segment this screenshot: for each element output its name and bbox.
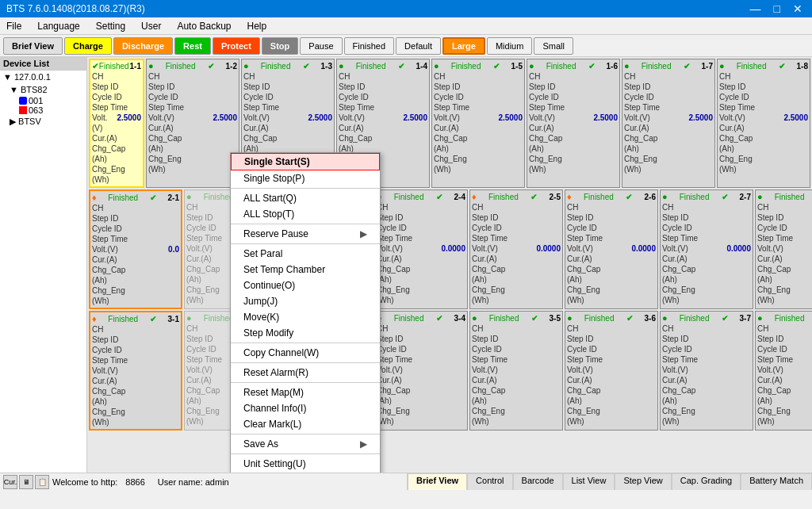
- channel-card-1-5[interactable]: ● Finished ✔ 1-5 CH Step ID Cycle ID Ste…: [431, 59, 525, 188]
- channel-card-2-6[interactable]: ♦ Finished ✔ 2-6 CH Step ID Cycle ID Ste…: [565, 189, 658, 309]
- status-welcome: Welcome to http:: [52, 477, 117, 487]
- minimize-button[interactable]: —: [747, 2, 764, 15]
- default-button[interactable]: Default: [396, 37, 441, 55]
- ctx-separator-1: [231, 188, 380, 189]
- ctx-move[interactable]: Move(K): [231, 309, 380, 325]
- channel-row-1: ✔ Finished 1-1 CH Step ID Cycle ID Step …: [89, 59, 810, 188]
- sidebar-channel-001[interactable]: 001: [0, 96, 86, 105]
- status-label-2-2: Finished: [204, 193, 234, 201]
- status-check-1-1: ✔: [92, 62, 98, 71]
- channel-card-1-2[interactable]: ● Finished ✔ 1-2 CH Step ID Cycle ID Ste…: [146, 59, 239, 188]
- channel-card-3-8[interactable]: ● Finished ✔ 3-8 CH Step ID Cycle ID Ste…: [755, 311, 812, 431]
- status-check-3-5: ✔: [531, 314, 538, 323]
- status-left: Cur. 🖥 📋 Welcome to http: 8866 User name…: [0, 475, 407, 489]
- menu-language[interactable]: Language: [34, 19, 82, 33]
- status-bar: Cur. 🖥 📋 Welcome to http: 8866 User name…: [0, 473, 812, 490]
- context-menu: Single Start(S) Single Stop(P) ALL Start…: [230, 152, 381, 473]
- tab-battery-match[interactable]: Battery Match: [741, 473, 812, 491]
- stop-button[interactable]: Stop: [262, 37, 298, 55]
- channel-icon-3-7: ●: [662, 313, 668, 323]
- status-icon-3[interactable]: 📋: [35, 475, 49, 489]
- channel-card-1-1[interactable]: ✔ Finished 1-1 CH Step ID Cycle ID Step …: [89, 59, 144, 188]
- channel-icon-2-5: ♦: [472, 192, 477, 201]
- channel-card-1-8[interactable]: ● Finished ✔ 1-8 CH Step ID Cycle ID Ste…: [717, 59, 810, 188]
- ctx-channel-info[interactable]: Channel Info(I): [231, 400, 380, 416]
- channel-063-dot: [19, 106, 27, 114]
- tab-barcode[interactable]: Barcode: [513, 473, 563, 491]
- sidebar-channel-063[interactable]: 063: [0, 105, 86, 115]
- status-check-2-6: ✔: [626, 193, 632, 201]
- channel-card-1-6[interactable]: ● Finished ✔ 1-6 CH Step ID Cycle ID Ste…: [527, 59, 620, 188]
- tab-brief-view[interactable]: Brief View: [408, 473, 467, 491]
- ctx-set-paral[interactable]: Set Paral: [231, 246, 380, 262]
- ctx-copy-channel[interactable]: Copy Channel(W): [231, 345, 380, 361]
- menu-file[interactable]: File: [3, 19, 25, 33]
- tab-cap-grading[interactable]: Cap. Grading: [672, 473, 741, 491]
- ctx-unit-setting[interactable]: Unit Setting(U): [231, 456, 380, 472]
- close-button[interactable]: ✕: [790, 2, 806, 15]
- status-icon-2[interactable]: 🖥: [19, 475, 33, 489]
- channel-card-3-4[interactable]: ● Finished ✔ 3-4 CH Step ID Cycle ID Ste…: [374, 311, 468, 431]
- title-bar-text: BTS 7.6.0.1408(2018.08.27)(R3): [6, 3, 145, 14]
- ctx-clear-mark[interactable]: Clear Mark(L): [231, 416, 380, 432]
- ctx-view-log[interactable]: View Log(V): [231, 472, 380, 473]
- channel-card-2-7[interactable]: ● Finished ✔ 2-7 CH Step ID Cycle ID Ste…: [660, 189, 753, 309]
- midium-button[interactable]: Midium: [487, 37, 532, 55]
- pause-button[interactable]: Pause: [300, 37, 342, 55]
- channel-card-1-7[interactable]: ● Finished ✔ 1-7 CH Step ID Cycle ID Ste…: [622, 59, 715, 188]
- menu-autobackup[interactable]: Auto Backup: [174, 19, 234, 33]
- ctx-single-stop[interactable]: Single Stop(P): [231, 170, 380, 186]
- status-label-2-7: Finished: [680, 193, 710, 201]
- channel-num-1-3: 1-3: [321, 62, 332, 71]
- sidebar-btsv[interactable]: ▶ BTSV: [0, 115, 86, 128]
- channel-card-3-1[interactable]: ♦ Finished ✔ 3-1 CH Step ID Cycle ID Ste…: [89, 311, 182, 431]
- ctx-reset-alarm[interactable]: Reset Alarm(R): [231, 365, 380, 381]
- ctx-set-temp[interactable]: Set Temp Chamber: [231, 262, 380, 277]
- brief-view-button[interactable]: Brief View: [3, 37, 63, 55]
- ctx-reset-map[interactable]: Reset Map(M): [231, 385, 380, 400]
- maximize-button[interactable]: □: [771, 2, 783, 15]
- channel-card-3-5[interactable]: ● Finished ✔ 3-5 CH Step ID Cycle ID Ste…: [469, 311, 563, 431]
- protect-button[interactable]: Protect: [213, 37, 260, 55]
- status-user-label: User name: admin: [153, 477, 234, 487]
- status-check-3-4: ✔: [436, 314, 442, 323]
- ctx-save-as[interactable]: Save As ▶: [231, 436, 380, 452]
- channel-icon-2-6: ♦: [567, 192, 572, 201]
- ctx-all-start[interactable]: ALL Start(Q): [231, 190, 380, 206]
- channel-card-3-7[interactable]: ● Finished ✔ 3-7 CH Step ID Cycle ID Ste…: [660, 311, 753, 431]
- ctx-step-modify[interactable]: Step Modify: [231, 325, 380, 341]
- status-icon-cur[interactable]: Cur.: [3, 475, 17, 489]
- tab-step-view[interactable]: Step View: [615, 473, 671, 491]
- ctx-jump[interactable]: Jump(J): [231, 293, 380, 309]
- sidebar-bts[interactable]: ▼ BTS82: [0, 83, 86, 96]
- channel-card-2-1[interactable]: ♦ Finished ✔ 2-1 CH Step ID Cycle ID Ste…: [89, 189, 182, 309]
- channel-icon-3-2: ●: [186, 313, 192, 323]
- menu-user[interactable]: User: [138, 19, 164, 33]
- menu-setting[interactable]: Setting: [93, 19, 128, 33]
- channel-row-3: ♦ Finished ✔ 3-1 CH Step ID Cycle ID Ste…: [89, 311, 810, 431]
- ctx-all-stop[interactable]: ALL Stop(T): [231, 206, 380, 222]
- large-button[interactable]: Large: [442, 37, 485, 55]
- tab-control[interactable]: Control: [467, 473, 512, 491]
- channel-card-2-8[interactable]: ● Finished ✔ 2-8 CH Step ID Cycle ID Ste…: [755, 189, 812, 309]
- ctx-continue[interactable]: Continue(O): [231, 277, 380, 293]
- discharge-button[interactable]: Discharge: [113, 37, 173, 55]
- tab-list-view[interactable]: List View: [563, 473, 615, 491]
- channel-icon-2-7: ●: [662, 192, 668, 201]
- finished-button[interactable]: Finished: [344, 37, 395, 55]
- channel-card-3-6[interactable]: ● Finished ✔ 3-6 CH Step ID Cycle ID Ste…: [565, 311, 658, 431]
- ctx-separator-2: [231, 224, 380, 224]
- rest-button[interactable]: Rest: [174, 37, 211, 55]
- charge-button[interactable]: Charge: [64, 37, 112, 55]
- status-check-1-6: ✔: [588, 62, 595, 71]
- channel-card-2-4[interactable]: ● Finished ✔ 2-4 CH Step ID Cycle ID Ste…: [374, 189, 468, 309]
- small-button[interactable]: Small: [534, 37, 573, 55]
- ctx-single-start[interactable]: Single Start(S): [231, 153, 380, 170]
- ctx-reserve-pause[interactable]: Reserve Pause ▶: [231, 226, 380, 242]
- menu-help[interactable]: Help: [243, 19, 270, 33]
- status-check-1-5: ✔: [493, 62, 500, 71]
- channel-card-2-5[interactable]: ♦ Finished ✔ 2-5 CH Step ID Cycle ID Ste…: [469, 189, 563, 309]
- sidebar-ip[interactable]: ▼ 127.0.0.1: [0, 71, 86, 83]
- channel-063-label: 063: [29, 105, 43, 115]
- status-label-2-6: Finished: [584, 193, 614, 201]
